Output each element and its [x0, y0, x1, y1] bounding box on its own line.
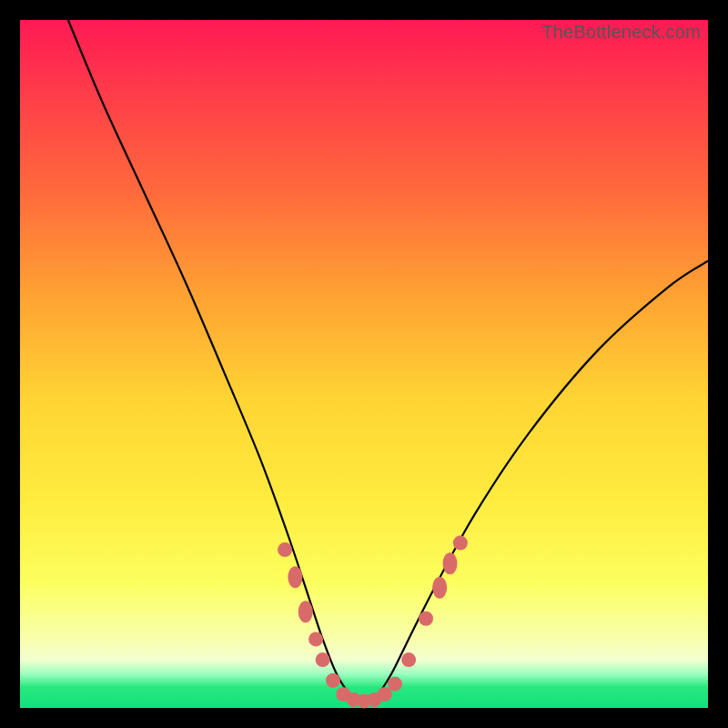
chart-svg: [20, 20, 708, 708]
curve-marker: [326, 673, 340, 688]
curve-marker: [388, 677, 402, 692]
chart-frame: TheBottleneck.com: [0, 0, 728, 728]
curve-marker: [288, 566, 302, 588]
curve-marker: [378, 687, 392, 702]
curve-marker: [308, 632, 323, 646]
curve-marker: [453, 536, 468, 551]
curve-marker: [298, 601, 313, 622]
curve-marker: [278, 542, 292, 557]
curve-marker: [432, 577, 447, 599]
curve-marker: [316, 652, 330, 667]
bottleneck-curve: [68, 20, 708, 701]
curve-marker: [401, 652, 416, 667]
curve-marker: [419, 612, 433, 626]
plot-area: TheBottleneck.com: [20, 20, 708, 708]
marker-layer: [278, 536, 468, 709]
curve-marker: [443, 552, 458, 574]
